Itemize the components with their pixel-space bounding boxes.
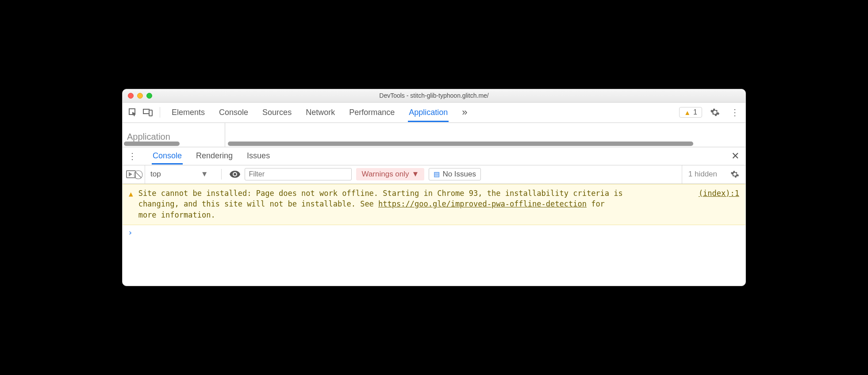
chevron-down-icon: ▼ bbox=[201, 170, 208, 179]
issues-count: 1 bbox=[693, 108, 697, 116]
drawer-tabs: ⋮ Console Rendering Issues ✕ bbox=[123, 147, 745, 165]
tabs-overflow-icon[interactable]: » bbox=[461, 102, 468, 122]
tab-sources[interactable]: Sources bbox=[261, 103, 292, 122]
log-level-label: Warnings only bbox=[361, 170, 409, 179]
warning-link[interactable]: https://goo.gle/improved-pwa-offline-det… bbox=[378, 199, 587, 208]
drawer-tab-rendering[interactable]: Rendering bbox=[195, 148, 234, 164]
toggle-console-sidebar-icon[interactable] bbox=[126, 170, 136, 178]
console-settings-gear-icon[interactable] bbox=[728, 170, 742, 179]
device-toolbar-icon[interactable] bbox=[141, 106, 154, 119]
application-main[interactable] bbox=[225, 123, 745, 147]
tab-console[interactable]: Console bbox=[218, 103, 249, 122]
console-warning-message[interactable]: ▲ Site cannot be installed: Page does no… bbox=[123, 184, 745, 226]
drawer-more-icon[interactable]: ⋮ bbox=[125, 149, 139, 163]
message-icon: ▤ bbox=[434, 170, 440, 178]
more-menu-icon[interactable]: ⋮ bbox=[728, 105, 742, 119]
tab-elements[interactable]: Elements bbox=[171, 103, 206, 122]
log-level-selector[interactable]: Warnings only ▼ bbox=[356, 168, 424, 180]
svg-rect-2 bbox=[149, 110, 152, 116]
devtools-window: DevTools - stitch-glib-typhoon.glitch.me… bbox=[122, 89, 746, 287]
main-toolbar: Elements Console Sources Network Perform… bbox=[123, 103, 745, 123]
tab-application[interactable]: Application bbox=[408, 103, 449, 122]
issues-indicator[interactable]: ▲ 1 bbox=[679, 107, 702, 118]
filter-input[interactable] bbox=[245, 168, 352, 180]
main-scrollbar[interactable] bbox=[228, 142, 693, 146]
toolbar-divider bbox=[160, 107, 160, 118]
warning-triangle-icon: ▲ bbox=[129, 189, 133, 221]
settings-gear-icon[interactable] bbox=[707, 106, 722, 119]
drawer-tab-console[interactable]: Console bbox=[152, 148, 183, 164]
titlebar: DevTools - stitch-glib-typhoon.glitch.me… bbox=[123, 89, 745, 103]
inspect-element-icon[interactable] bbox=[126, 106, 139, 119]
issues-button[interactable]: ▤ No Issues bbox=[429, 168, 481, 180]
context-value: top bbox=[150, 170, 161, 179]
issues-label: No Issues bbox=[442, 170, 476, 179]
tab-performance[interactable]: Performance bbox=[348, 103, 396, 122]
application-sidebar[interactable]: Application bbox=[123, 123, 225, 147]
live-expression-eye-icon[interactable] bbox=[230, 171, 240, 178]
svg-rect-1 bbox=[143, 109, 149, 114]
console-toolbar: ⃠ top ▼ Warnings only ▼ ▤ No Issues 1 hi… bbox=[123, 165, 745, 184]
application-panel: Application bbox=[123, 123, 745, 147]
toolbar-divider bbox=[221, 169, 222, 180]
warning-source-link[interactable]: (index):1 bbox=[699, 188, 739, 221]
warning-triangle-icon: ▲ bbox=[684, 109, 691, 116]
warning-text: Site cannot be installed: Page does not … bbox=[138, 188, 625, 221]
sidebar-scrollbar[interactable] bbox=[124, 142, 180, 146]
drawer-tab-issues[interactable]: Issues bbox=[246, 148, 271, 164]
sidebar-heading: Application bbox=[127, 132, 220, 142]
hidden-messages[interactable]: 1 hidden bbox=[682, 165, 723, 184]
drawer-close-icon[interactable]: ✕ bbox=[728, 149, 743, 164]
chevron-down-icon: ▼ bbox=[412, 170, 419, 179]
context-selector[interactable]: top ▼ bbox=[145, 165, 213, 184]
console-prompt[interactable]: › bbox=[123, 225, 745, 286]
prompt-chevron-icon: › bbox=[128, 228, 133, 237]
main-tabs: Elements Console Sources Network Perform… bbox=[171, 102, 677, 122]
window-title: DevTools - stitch-glib-typhoon.glitch.me… bbox=[123, 92, 745, 99]
tab-network[interactable]: Network bbox=[305, 103, 336, 122]
